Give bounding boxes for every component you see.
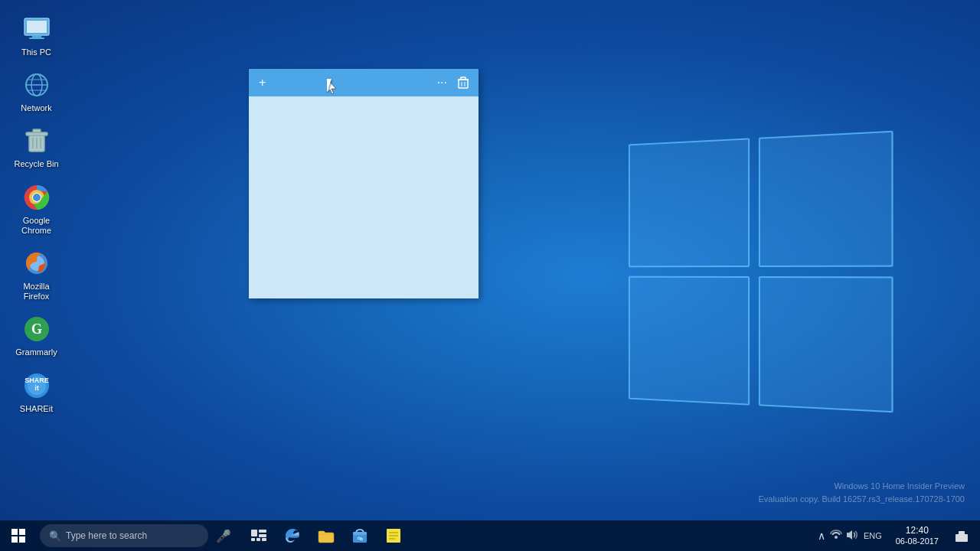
language-icon[interactable]: ENG — [864, 531, 882, 540]
sticky-delete-button[interactable] — [454, 74, 472, 91]
svg-rect-35 — [11, 536, 18, 543]
desktop-icon-this-pc[interactable]: This PC — [8, 8, 65, 64]
watermark: Windows 10 Home Insider Preview Evaluati… — [759, 480, 965, 505]
grammarly-icon: G — [21, 314, 52, 344]
recycle-bin-icon — [21, 126, 52, 156]
search-icon: 🔍 — [49, 530, 61, 542]
sticky-more-button[interactable]: ··· — [433, 74, 451, 91]
svg-rect-42 — [262, 538, 266, 541]
svg-text:SHARE: SHARE — [24, 377, 49, 384]
svg-rect-41 — [256, 538, 260, 541]
clock-time: 12:40 — [906, 525, 929, 536]
taskbar-search-box[interactable]: 🔍 Type here to search — [40, 524, 208, 547]
svg-rect-39 — [259, 534, 266, 537]
sticky-note-widget[interactable]: + ··· — [249, 69, 479, 298]
desktop-icon-chrome[interactable]: GoogleChrome — [8, 176, 65, 242]
svg-point-51 — [835, 536, 838, 539]
shareit-label: SHAREit — [20, 404, 53, 414]
svg-rect-11 — [33, 129, 41, 132]
svg-point-18 — [33, 194, 41, 201]
win-logo-pane-bl — [629, 276, 750, 406]
svg-text:🛍: 🛍 — [358, 536, 363, 541]
svg-rect-3 — [29, 37, 44, 39]
edge-button[interactable] — [276, 520, 309, 551]
cortana-button[interactable]: 🎤 — [208, 520, 239, 551]
win-logo-pane-br — [759, 276, 893, 412]
sticky-add-button[interactable]: + — [255, 74, 270, 91]
svg-rect-54 — [959, 531, 965, 536]
desktop-icon-grammarly[interactable]: G Grammarly — [8, 308, 65, 364]
chrome-icon — [21, 182, 52, 213]
recycle-bin-label: Recycle Bin — [14, 159, 58, 169]
desktop-icon-shareit[interactable]: SHARE it SHAREit — [8, 364, 65, 420]
svg-rect-1 — [27, 21, 47, 33]
store-button[interactable]: 🛍 — [343, 520, 377, 551]
svg-point-43 — [289, 535, 299, 538]
svg-rect-38 — [259, 530, 266, 533]
this-pc-label: This PC — [21, 47, 51, 57]
network-icon — [21, 70, 52, 100]
sticky-controls: ··· — [433, 74, 472, 91]
system-clock[interactable]: 12:40 06-08-2017 — [890, 520, 945, 551]
svg-rect-40 — [251, 538, 255, 541]
shareit-icon: SHARE it — [21, 370, 52, 401]
file-explorer-button[interactable] — [309, 520, 343, 551]
svg-rect-33 — [11, 529, 18, 535]
desktop: This PC Network — [0, 0, 980, 551]
this-pc-icon — [21, 14, 52, 44]
desktop-icon-recycle-bin[interactable]: Recycle Bin — [8, 119, 65, 175]
watermark-line2: Evaluation copy. Build 16257.rs3_release… — [759, 493, 965, 506]
svg-text:G: G — [31, 321, 41, 337]
svg-marker-52 — [847, 530, 852, 540]
notification-center-button[interactable] — [946, 520, 977, 551]
search-placeholder: Type here to search — [66, 530, 147, 541]
svg-rect-27 — [459, 80, 468, 88]
clock-date: 06-08-2017 — [896, 536, 939, 546]
sticky-note-header: + ··· — [249, 69, 479, 96]
taskbar-apps: 🛍 — [242, 520, 410, 551]
firefox-icon — [21, 248, 52, 279]
network-label: Network — [21, 103, 51, 113]
svg-rect-36 — [19, 536, 25, 543]
desktop-icon-firefox[interactable]: MozillaFirefox — [8, 242, 65, 308]
watermark-line1: Windows 10 Home Insider Preview — [759, 480, 965, 493]
chrome-label: GoogleChrome — [21, 216, 51, 236]
sticky-notes-taskbar-button[interactable] — [377, 520, 410, 551]
svg-rect-37 — [251, 530, 257, 536]
desktop-icons: This PC Network — [8, 8, 65, 420]
grammarly-label: Grammarly — [15, 347, 57, 357]
svg-text:it: it — [34, 384, 39, 392]
desktop-icon-network[interactable]: Network — [8, 64, 65, 119]
firefox-label: MozillaFirefox — [23, 282, 49, 302]
svg-rect-34 — [19, 529, 25, 535]
windows-logo-watermark — [620, 138, 888, 406]
sticky-note-body[interactable] — [249, 96, 479, 298]
tray-icons: ∧ ENG — [812, 530, 888, 543]
chevron-up-icon[interactable]: ∧ — [818, 530, 825, 542]
svg-rect-45 — [353, 532, 367, 535]
win-logo-pane-tl — [629, 138, 750, 267]
volume-icon[interactable] — [847, 530, 859, 543]
system-tray: ∧ ENG 12:40 — [812, 520, 980, 551]
start-button[interactable] — [0, 520, 37, 551]
svg-rect-2 — [32, 35, 41, 37]
taskbar: 🔍 Type here to search 🎤 — [0, 520, 980, 551]
win-logo-pane-tr — [759, 131, 893, 267]
task-view-button[interactable] — [242, 520, 276, 551]
network-tray-icon[interactable] — [830, 530, 842, 543]
